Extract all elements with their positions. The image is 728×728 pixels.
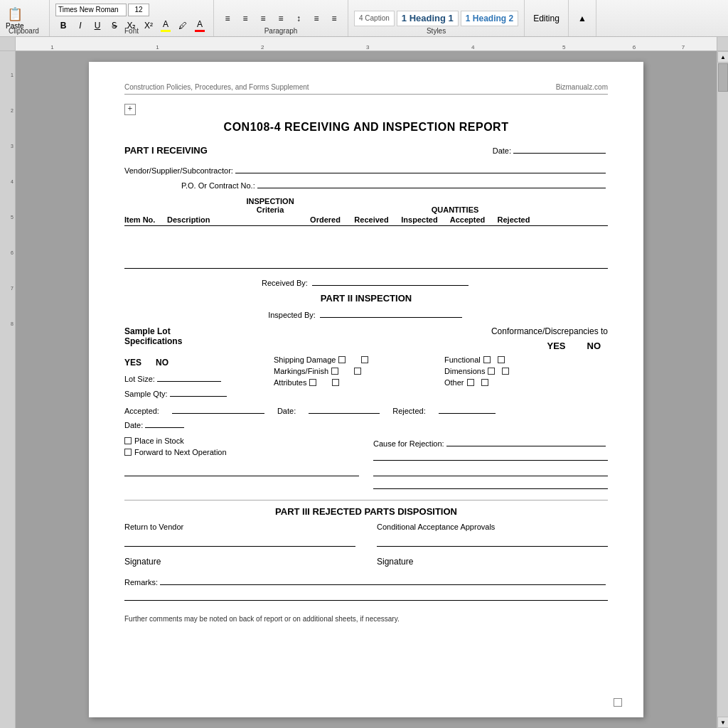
inspected-by-field[interactable] <box>320 308 462 318</box>
other-no-check[interactable] <box>481 379 488 386</box>
functional-no-check[interactable] <box>498 356 505 363</box>
font-color-button[interactable]: A <box>158 18 173 33</box>
received-by-field[interactable] <box>312 276 469 286</box>
part2-title: PART II INSPECTION <box>124 293 608 304</box>
po-field[interactable] <box>257 178 606 188</box>
place-stock-label: Place in Stock <box>134 437 184 445</box>
sample-qty-row: Sample Qty: <box>124 387 274 398</box>
markings-no-check[interactable] <box>354 368 361 375</box>
scroll-down-button[interactable]: ▼ <box>717 717 728 728</box>
page-area[interactable]: Construction Policies, Procedures, and F… <box>16 51 717 728</box>
scroll-up-button[interactable]: ▲ <box>717 51 728 63</box>
font-size-input[interactable] <box>128 4 149 16</box>
sample-qty-field[interactable] <box>170 387 227 397</box>
strikethrough-button[interactable]: S̶ <box>107 18 122 33</box>
rejected-field[interactable] <box>439 404 496 414</box>
left-sig-line1 <box>124 466 359 476</box>
accepted-label: Accepted: <box>124 407 159 415</box>
date-field[interactable] <box>513 144 606 154</box>
no-row-label: NO <box>156 358 168 368</box>
align-center-button[interactable]: ≡ <box>237 11 253 26</box>
functional-yes-check[interactable] <box>483 356 491 363</box>
cause-rejection-area: Cause for Rejection: <box>373 437 608 461</box>
font-label: Font <box>124 27 139 35</box>
align-left-button[interactable]: ≡ <box>220 11 235 26</box>
doc-header: Construction Policies, Procedures, and F… <box>124 83 608 95</box>
numbering-button[interactable]: ≡ <box>326 11 342 26</box>
other-row: Other <box>444 378 608 387</box>
markings-yes-check[interactable] <box>331 368 338 375</box>
scroll-track[interactable] <box>717 63 728 717</box>
line-spacing-button[interactable]: ↕ <box>291 11 306 26</box>
functional-row: Functional <box>444 355 608 364</box>
date-small-row: Date: <box>124 418 608 429</box>
date-small-field[interactable] <box>145 418 184 428</box>
vendor-field[interactable] <box>235 164 606 173</box>
superscript-button[interactable]: X² <box>141 18 156 33</box>
col-inspected-header: Inspected <box>395 215 444 224</box>
yes-header: YES <box>547 341 565 351</box>
signature-label1: Signature <box>124 557 355 567</box>
accepted-field[interactable] <box>172 404 264 414</box>
expand-button[interactable]: ▲ <box>574 11 590 26</box>
shipping-damage-no-check[interactable] <box>361 356 368 363</box>
part2-left: Sample LotSpecifications YES NO Lot Size… <box>124 326 274 404</box>
dimensions-yes-check[interactable] <box>488 368 495 375</box>
right-scrollbar[interactable]: ▲ ▼ <box>717 51 728 728</box>
attributes-yes-check[interactable] <box>309 379 316 386</box>
add-content-button[interactable]: + <box>124 104 136 115</box>
part3-left-col: Return to Vendor Signature <box>124 523 355 567</box>
shipping-damage-yes-check[interactable] <box>338 356 346 363</box>
bullets-button[interactable]: ≡ <box>309 11 324 26</box>
main-area: 1 2 3 4 5 6 7 8 Construction Policies, P… <box>0 51 728 728</box>
return-vendor-label: Return to Vendor <box>124 523 355 531</box>
underline-button[interactable]: U <box>90 18 105 33</box>
accepted-date-field[interactable] <box>309 404 380 414</box>
styles-section: 4 Caption 1 Heading 1 1 Heading 2 Styles <box>348 0 525 36</box>
cause-rejection-field[interactable] <box>446 437 606 446</box>
left-check-group: Shipping Damage Markings/Finish <box>274 355 437 387</box>
scroll-thumb[interactable] <box>718 63 728 92</box>
dimensions-no-check[interactable] <box>502 368 509 375</box>
caption-style-button[interactable]: 4 Caption <box>354 11 395 26</box>
justify-button[interactable]: ≡ <box>273 11 289 26</box>
col-received-header: Received <box>348 215 395 224</box>
return-vendor-line <box>124 537 355 547</box>
stock-cause-row: Place in Stock Forward to Next Operation… <box>124 437 608 461</box>
checkbox-area: Shipping Damage Markings/Finish <box>274 355 608 387</box>
col-rejected-header: Rejected <box>491 215 537 224</box>
align-right-button[interactable]: ≡ <box>255 11 271 26</box>
column-headers: Item No. Description Ordered Received In… <box>124 215 608 226</box>
bold-button[interactable]: B <box>55 18 71 33</box>
italic-button[interactable]: I <box>73 18 88 33</box>
accepted-rejected-row: Accepted: Date: Rejected: <box>124 404 608 415</box>
toolbar: 📋 Paste Clipboard B I U S̶ X₂ X² A <box>0 0 728 37</box>
part3-right-col: Conditional Acceptance Approvals Signatu… <box>377 523 608 567</box>
attributes-label: Attributes <box>274 378 306 387</box>
date-label: Date: <box>493 146 511 155</box>
signature-label2: Signature <box>377 557 608 567</box>
right-check-group: Functional Dimensions <box>444 355 608 387</box>
vendor-row: Vendor/Supplier/Subcontractor: <box>124 164 608 175</box>
sample-lot-label: Sample LotSpecifications <box>124 326 274 346</box>
text-color-icon: A <box>195 19 205 32</box>
heading1-style-button[interactable]: 1 Heading 1 <box>397 11 459 26</box>
left-sig-lines <box>124 466 359 489</box>
lot-size-field[interactable] <box>157 372 221 382</box>
remarks-field[interactable] <box>160 575 606 585</box>
place-stock-check[interactable] <box>124 437 132 444</box>
editing-button[interactable]: Editing <box>530 11 562 26</box>
right-sig-line2 <box>373 479 608 489</box>
other-yes-check[interactable] <box>467 379 474 386</box>
paragraph-label: Paragraph <box>264 27 298 35</box>
font-name-input[interactable] <box>55 4 127 16</box>
col-item-header: Item No. <box>124 215 167 224</box>
highlight-button[interactable]: 🖊 <box>175 18 191 33</box>
text-color-button[interactable]: A <box>192 18 208 33</box>
forward-next-check[interactable] <box>124 449 132 456</box>
attributes-no-check[interactable] <box>332 379 339 386</box>
heading2-style-button[interactable]: 1 Heading 2 <box>461 11 518 26</box>
doc-title: CON108-4 RECEIVING AND INSPECTION REPORT <box>124 121 608 134</box>
po-label: P.O. Or Contract No.: <box>181 181 255 190</box>
font-name-row <box>55 4 208 16</box>
